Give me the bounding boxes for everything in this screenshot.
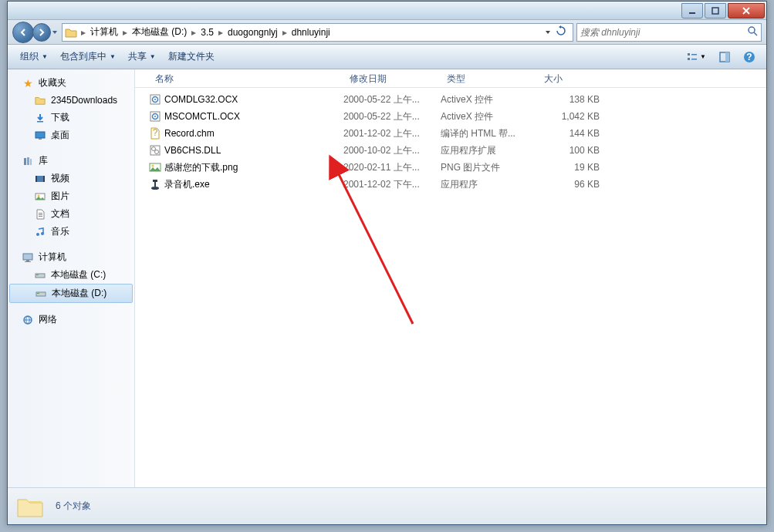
close-button[interactable] <box>728 3 765 19</box>
svg-rect-19 <box>43 176 45 182</box>
nav-item-drive-c[interactable]: 本地磁盘 (C:) <box>8 266 134 284</box>
svg-rect-13 <box>39 138 42 140</box>
svg-rect-47 <box>154 180 156 187</box>
nav-back-button[interactable] <box>12 22 34 43</box>
star-icon: ★ <box>22 77 34 89</box>
nav-forward-button[interactable] <box>32 23 51 42</box>
explorer-window: ▸ 计算机 ▸ 本地磁盘 (D:) ▸ 3.5 ▸ duogongnlyj ▸ … <box>7 1 767 525</box>
file-name: COMDLG32.OCX <box>164 94 343 105</box>
svg-text:?: ? <box>746 52 752 62</box>
file-type: 编译的 HTML 帮... <box>441 127 538 140</box>
search-icon[interactable] <box>747 25 758 39</box>
svg-rect-27 <box>23 254 32 260</box>
column-date[interactable]: 修改日期 <box>343 69 441 87</box>
nav-item-desktop[interactable]: 桌面 <box>8 126 134 144</box>
drive-icon <box>35 288 47 300</box>
preview-pane-button[interactable] <box>714 48 735 66</box>
search-box[interactable] <box>576 23 762 42</box>
file-row[interactable]: COMDLG32.OCX2000-05-22 上午...ActiveX 控件13… <box>135 91 766 108</box>
help-button[interactable]: ? <box>739 48 760 66</box>
network-label: 网络 <box>39 313 57 326</box>
nav-item-downloads[interactable]: 下载 <box>8 109 134 126</box>
file-date: 2001-12-02 下午... <box>343 178 441 191</box>
svg-rect-0 <box>689 12 695 14</box>
organize-menu[interactable]: 组织 ▼ <box>14 47 54 66</box>
file-icon <box>149 161 161 173</box>
new-folder-button[interactable]: 新建文件夹 <box>162 47 221 66</box>
share-menu[interactable]: 共享 ▼ <box>122 47 162 66</box>
minimize-button[interactable] <box>681 3 703 19</box>
svg-rect-8 <box>725 52 729 62</box>
breadcrumb-separator[interactable]: ▸ <box>121 27 129 38</box>
music-icon <box>34 226 46 238</box>
breadcrumb-item[interactable]: duogongnlyj <box>225 25 281 39</box>
maximize-button[interactable] <box>705 3 726 19</box>
file-row[interactable]: 感谢您的下载.png2020-02-11 上午...PNG 图片文件19 KB <box>135 159 766 176</box>
breadcrumb-separator[interactable]: ▸ <box>217 27 225 38</box>
nav-favorites-header[interactable]: ★ 收藏夹 <box>8 74 134 92</box>
file-row[interactable]: VB6CHS.DLL2000-10-02 上午...应用程序扩展100 KB <box>135 142 766 159</box>
file-row[interactable]: ?Record.chm2001-12-02 上午...编译的 HTML 帮...… <box>135 125 766 142</box>
svg-rect-30 <box>35 274 45 278</box>
nav-item-label: 2345Downloads <box>51 95 117 106</box>
svg-text:?: ? <box>153 127 158 138</box>
share-label: 共享 <box>128 50 147 63</box>
breadcrumb-item[interactable]: 本地磁盘 (D:) <box>129 24 190 40</box>
nav-item-label: 桌面 <box>51 129 69 142</box>
nav-computer-header[interactable]: 计算机 <box>8 248 134 266</box>
nav-history-dropdown[interactable] <box>51 29 59 35</box>
search-input[interactable] <box>580 27 747 38</box>
file-icon <box>149 93 161 106</box>
svg-rect-32 <box>36 292 46 296</box>
file-size: 138 KB <box>538 94 600 105</box>
file-row[interactable]: MSCOMCTL.OCX2000-05-22 上午...ActiveX 控件1,… <box>135 108 766 125</box>
file-list[interactable]: COMDLG32.OCX2000-05-22 上午...ActiveX 控件13… <box>135 88 766 487</box>
nav-item-2345downloads[interactable]: 2345Downloads <box>8 92 134 109</box>
refresh-button[interactable] <box>554 24 568 40</box>
nav-item-label: 文档 <box>51 207 69 221</box>
nav-library-header[interactable]: 库 <box>8 152 134 170</box>
nav-item-pictures[interactable]: 图片 <box>8 187 134 205</box>
file-name: VB6CHS.DLL <box>164 145 343 156</box>
breadcrumb-separator[interactable]: ▸ <box>190 27 198 38</box>
file-date: 2000-10-02 上午... <box>343 144 441 157</box>
svg-rect-1 <box>712 8 718 14</box>
svg-rect-15 <box>27 157 29 165</box>
nav-network-header[interactable]: 网络 <box>8 311 134 328</box>
file-type: ActiveX 控件 <box>441 110 538 123</box>
breadcrumb-item[interactable]: 计算机 <box>87 24 121 40</box>
column-name[interactable]: 名称 <box>149 69 343 87</box>
nav-item-video[interactable]: 视频 <box>8 170 134 187</box>
column-size[interactable]: 大小 <box>538 69 607 87</box>
file-size: 144 KB <box>538 128 600 139</box>
address-dropdown[interactable] <box>543 25 553 39</box>
newfolder-label: 新建文件夹 <box>168 50 215 63</box>
column-headers: 名称 修改日期 类型 大小 <box>135 69 766 88</box>
nav-item-music[interactable]: 音乐 <box>8 223 134 241</box>
breadcrumb[interactable]: ▸ 计算机 ▸ 本地磁盘 (D:) ▸ 3.5 ▸ duogongnlyj ▸ … <box>62 23 573 42</box>
window-controls <box>681 3 766 19</box>
nav-group-favorites: ★ 收藏夹 2345Downloads 下载 桌面 <box>8 74 134 144</box>
file-icon <box>149 110 161 123</box>
nav-item-drive-d[interactable]: 本地磁盘 (D:) <box>9 284 133 303</box>
library-icon <box>22 155 34 167</box>
include-in-library-menu[interactable]: 包含到库中 ▼ <box>54 47 122 66</box>
file-size: 100 KB <box>538 145 600 156</box>
nav-item-documents[interactable]: 文档 <box>8 205 134 223</box>
nav-group-computer: 计算机 本地磁盘 (C:) 本地磁盘 (D:) <box>8 248 134 303</box>
svg-rect-24 <box>39 216 42 217</box>
file-size: 19 KB <box>538 162 600 173</box>
breadcrumb-item[interactable]: dhnluyinji <box>289 25 333 39</box>
computer-icon <box>22 251 34 264</box>
drive-icon <box>34 269 46 281</box>
breadcrumb-separator[interactable]: ▸ <box>79 27 87 38</box>
column-type[interactable]: 类型 <box>441 69 538 87</box>
file-pane: 名称 修改日期 类型 大小 COMDLG32.OCX2000-05-22 上午.… <box>135 69 766 487</box>
breadcrumb-item[interactable]: 3.5 <box>198 25 217 39</box>
file-date: 2000-05-22 上午... <box>343 110 441 123</box>
view-options-button[interactable]: ▼ <box>681 48 711 66</box>
breadcrumb-separator[interactable]: ▸ <box>281 27 289 38</box>
include-label: 包含到库中 <box>60 50 106 63</box>
file-row[interactable]: 录音机.exe2001-12-02 下午...应用程序96 KB <box>135 176 766 193</box>
svg-rect-22 <box>39 213 42 214</box>
